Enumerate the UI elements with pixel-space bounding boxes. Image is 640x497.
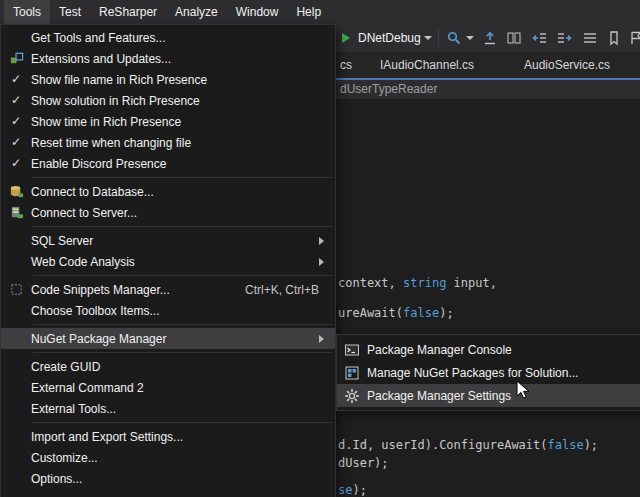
vs-window: Tools Test ReSharper Analyze Window Help… <box>0 0 640 497</box>
menu-item-label: Create GUID <box>31 360 333 374</box>
menubar-item-analyze[interactable]: Analyze <box>166 0 227 24</box>
nuget-package-manager-submenu: Package Manager Console Manage NuGet Pac… <box>336 334 640 411</box>
checkmark-icon: ✓ <box>1 111 31 132</box>
checkmark-icon: ✓ <box>1 153 31 174</box>
menu-item-manage-nuget-packages-for-solution[interactable]: Manage NuGet Packages for Solution... <box>337 361 640 384</box>
outdent-icon[interactable] <box>532 30 548 46</box>
menu-separator <box>33 422 333 423</box>
menu-item-options[interactable]: Options... <box>1 468 335 489</box>
list-icon[interactable] <box>582 30 598 46</box>
menu-item-package-manager-console[interactable]: Package Manager Console <box>337 338 640 361</box>
code-line: ureAwait(false); <box>338 306 454 320</box>
find-caret-icon[interactable] <box>466 36 474 40</box>
menu-item-label: External Tools... <box>31 402 333 416</box>
tab-partial[interactable]: cs <box>336 52 356 78</box>
menu-item-import-and-export-settings[interactable]: Import and Export Settings... <box>1 426 335 447</box>
menubar-item-resharper[interactable]: ReSharper <box>90 0 166 24</box>
menu-item-nuget-package-manager[interactable]: NuGet Package Manager <box>1 328 335 349</box>
menu-item-shortcut: Ctrl+K, Ctrl+B <box>245 283 319 297</box>
snippets-icon <box>1 279 31 300</box>
menu-item-choose-toolbox-items[interactable]: Choose Toolbox Items... <box>1 300 335 321</box>
menu-item-label: Package Manager Console <box>367 343 640 357</box>
checkmark-icon: ✓ <box>1 132 31 153</box>
menu-item-show-time-rich-presence[interactable]: ✓ Show time in Rich Presence <box>1 111 335 132</box>
menu-item-label: Extensions and Updates... <box>31 52 333 66</box>
menu-item-label: NuGet Package Manager <box>31 332 319 346</box>
publish-icon[interactable] <box>482 30 498 46</box>
menu-separator <box>33 226 333 227</box>
menu-item-label: Import and Export Settings... <box>31 430 333 444</box>
menu-separator <box>33 352 333 353</box>
menu-item-connect-to-database[interactable]: Connect to Database... <box>1 181 335 202</box>
menu-item-label: Connect to Server... <box>31 206 333 220</box>
menu-item-extensions-and-updates[interactable]: Extensions and Updates... <box>1 48 335 69</box>
menu-item-label: External Command 2 <box>31 381 333 395</box>
menu-bar: Tools Test ReSharper Analyze Window Help <box>0 0 640 24</box>
menu-item-external-tools[interactable]: External Tools... <box>1 398 335 419</box>
debug-target-selector[interactable]: DNetDebug <box>358 24 421 52</box>
menu-item-show-file-name-rich-presence[interactable]: ✓ Show file name in Rich Presence <box>1 69 335 90</box>
menu-item-show-solution-rich-presence[interactable]: ✓ Show solution in Rich Presence <box>1 90 335 111</box>
menu-separator <box>33 275 333 276</box>
manage-packages-icon <box>337 365 367 381</box>
submenu-arrow-icon <box>319 335 324 343</box>
indent-icon[interactable] <box>556 30 572 46</box>
checkmark-icon: ✓ <box>1 90 31 111</box>
start-debug-icon[interactable] <box>342 33 350 43</box>
server-icon <box>1 202 31 223</box>
mouse-cursor-icon <box>516 380 534 405</box>
menu-separator <box>33 324 333 325</box>
menu-item-label: Code Snippets Manager... <box>31 283 245 297</box>
gear-icon <box>337 388 367 404</box>
code-line: dUser); <box>338 456 389 470</box>
menubar-item-test[interactable]: Test <box>50 0 90 24</box>
console-icon <box>337 342 367 358</box>
submenu-arrow-icon <box>319 237 324 245</box>
code-line: se); <box>338 483 367 497</box>
database-icon <box>1 181 31 202</box>
menu-item-code-snippets-manager[interactable]: Code Snippets Manager... Ctrl+K, Ctrl+B <box>1 279 335 300</box>
menu-item-label: Web Code Analysis <box>31 255 319 269</box>
menubar-item-tools[interactable]: Tools <box>4 0 50 24</box>
bookmark-icon[interactable] <box>606 30 622 46</box>
menu-item-label: Choose Toolbox Items... <box>31 304 333 318</box>
find-icon[interactable] <box>446 30 462 46</box>
tab-audioservice[interactable]: AudioService.cs <box>520 52 614 78</box>
menu-item-label: Get Tools and Features... <box>31 31 333 45</box>
navigation-type-dropdown[interactable]: dUserTypeReader <box>340 80 437 99</box>
menu-item-label: Show time in Rich Presence <box>31 115 333 129</box>
tools-menu: Get Tools and Features... Extensions and… <box>0 24 336 497</box>
menubar-item-window[interactable]: Window <box>227 0 288 24</box>
menu-item-customize[interactable]: Customize... <box>1 447 335 468</box>
split-columns-icon[interactable] <box>506 30 522 46</box>
menu-item-create-guid[interactable]: Create GUID <box>1 356 335 377</box>
menu-item-label: Connect to Database... <box>31 185 333 199</box>
menu-item-label: Package Manager Settings <box>367 389 640 403</box>
checkmark-icon: ✓ <box>1 69 31 90</box>
menu-item-package-manager-settings[interactable]: Package Manager Settings <box>337 384 640 407</box>
menu-item-label: Enable Discord Presence <box>31 157 333 171</box>
tab-iaudiochannel[interactable]: IAudioChannel.cs <box>376 52 478 78</box>
menu-item-sql-server[interactable]: SQL Server <box>1 230 335 251</box>
menubar-item-help[interactable]: Help <box>287 0 330 24</box>
code-line: context, string input, <box>338 276 497 290</box>
menu-item-get-tools-and-features[interactable]: Get Tools and Features... <box>1 27 335 48</box>
menu-item-label: Manage NuGet Packages for Solution... <box>367 366 640 380</box>
menu-item-connect-to-server[interactable]: Connect to Server... <box>1 202 335 223</box>
extensions-icon <box>1 48 31 69</box>
debug-target-caret-icon[interactable] <box>424 36 432 40</box>
menu-item-label: SQL Server <box>31 234 319 248</box>
menu-item-external-command-2[interactable]: External Command 2 <box>1 377 335 398</box>
menu-item-reset-time-when-changing-file[interactable]: ✓ Reset time when changing file <box>1 132 335 153</box>
flag-icon[interactable] <box>628 30 640 46</box>
code-line: d.Id, userId).ConfigureAwait(false); <box>338 438 598 452</box>
menu-item-enable-discord-presence[interactable]: ✓ Enable Discord Presence <box>1 153 335 174</box>
menu-item-label: Options... <box>31 472 333 486</box>
menu-item-web-code-analysis[interactable]: Web Code Analysis <box>1 251 335 272</box>
submenu-arrow-icon <box>319 258 324 266</box>
menu-item-label: Reset time when changing file <box>31 136 333 150</box>
menu-item-label: Show solution in Rich Presence <box>31 94 333 108</box>
menu-item-label: Show file name in Rich Presence <box>31 73 333 87</box>
toolbar-divider <box>438 29 439 47</box>
menu-separator <box>33 177 333 178</box>
